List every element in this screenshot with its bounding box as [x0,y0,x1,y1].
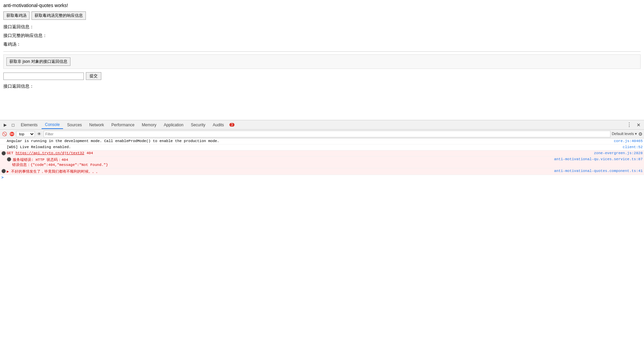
form-api-return-label: 接口返回信息： [3,83,641,89]
get-non-json-button[interactable]: 获取非 json 对象的接口返回信息 [6,57,70,66]
form-input[interactable] [3,73,84,80]
get-soup-button[interactable]: 获取毒鸡汤 [3,11,30,20]
tab-console[interactable]: Console [42,121,63,121]
api-return-label: 接口返回信息： [3,24,641,30]
get-full-response-button[interactable]: 获取毒鸡汤完整的响应信息 [32,11,86,20]
app-title: anti-motivational-quotes works! [3,3,641,8]
submit-button[interactable]: 提交 [86,72,101,80]
poison-soup-label: 毒鸡汤： [3,41,641,47]
devtools-tabs-toolbar: ▶ ◻ Elements Console Sources Network Per… [0,120,644,121]
form-section: 提交 [3,72,641,80]
separator [3,51,641,52]
non-json-section: 获取非 json 对象的接口返回信息 [3,54,641,69]
button-row: 获取毒鸡汤 获取毒鸡汤完整的响应信息 [3,11,641,20]
app-main: anti-motivational-quotes works! 获取毒鸡汤 获取… [0,0,644,121]
api-full-response-label: 接口完整的响应信息： [3,33,641,39]
devtools-panel: ▶ ◻ Elements Console Sources Network Per… [0,120,644,121]
